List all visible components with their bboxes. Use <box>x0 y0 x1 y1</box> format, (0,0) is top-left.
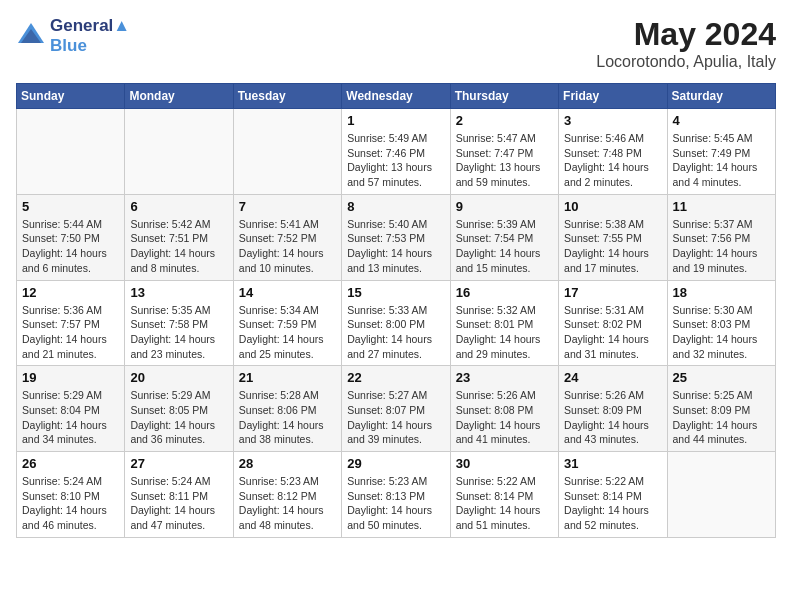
day-info: Sunrise: 5:32 AM Sunset: 8:01 PM Dayligh… <box>456 303 553 362</box>
day-number: 17 <box>564 285 661 300</box>
day-info: Sunrise: 5:36 AM Sunset: 7:57 PM Dayligh… <box>22 303 119 362</box>
calendar-cell: 21Sunrise: 5:28 AM Sunset: 8:06 PM Dayli… <box>233 366 341 452</box>
calendar-cell: 30Sunrise: 5:22 AM Sunset: 8:14 PM Dayli… <box>450 452 558 538</box>
day-info: Sunrise: 5:26 AM Sunset: 8:08 PM Dayligh… <box>456 388 553 447</box>
calendar-week-1: 1Sunrise: 5:49 AM Sunset: 7:46 PM Daylig… <box>17 109 776 195</box>
day-number: 22 <box>347 370 444 385</box>
day-number: 21 <box>239 370 336 385</box>
day-number: 3 <box>564 113 661 128</box>
day-info: Sunrise: 5:38 AM Sunset: 7:55 PM Dayligh… <box>564 217 661 276</box>
calendar-cell <box>233 109 341 195</box>
day-number: 14 <box>239 285 336 300</box>
day-number: 1 <box>347 113 444 128</box>
weekday-header-saturday: Saturday <box>667 84 775 109</box>
weekday-header-thursday: Thursday <box>450 84 558 109</box>
weekday-header-tuesday: Tuesday <box>233 84 341 109</box>
calendar-cell: 24Sunrise: 5:26 AM Sunset: 8:09 PM Dayli… <box>559 366 667 452</box>
day-number: 8 <box>347 199 444 214</box>
calendar-cell: 27Sunrise: 5:24 AM Sunset: 8:11 PM Dayli… <box>125 452 233 538</box>
calendar-cell: 16Sunrise: 5:32 AM Sunset: 8:01 PM Dayli… <box>450 280 558 366</box>
day-number: 25 <box>673 370 770 385</box>
day-info: Sunrise: 5:26 AM Sunset: 8:09 PM Dayligh… <box>564 388 661 447</box>
day-info: Sunrise: 5:29 AM Sunset: 8:05 PM Dayligh… <box>130 388 227 447</box>
calendar-cell: 4Sunrise: 5:45 AM Sunset: 7:49 PM Daylig… <box>667 109 775 195</box>
calendar-cell: 5Sunrise: 5:44 AM Sunset: 7:50 PM Daylig… <box>17 194 125 280</box>
day-number: 12 <box>22 285 119 300</box>
calendar-cell: 29Sunrise: 5:23 AM Sunset: 8:13 PM Dayli… <box>342 452 450 538</box>
calendar-cell: 25Sunrise: 5:25 AM Sunset: 8:09 PM Dayli… <box>667 366 775 452</box>
logo-text: General▲ Blue <box>50 16 130 56</box>
calendar-cell: 18Sunrise: 5:30 AM Sunset: 8:03 PM Dayli… <box>667 280 775 366</box>
day-info: Sunrise: 5:22 AM Sunset: 8:14 PM Dayligh… <box>564 474 661 533</box>
day-info: Sunrise: 5:30 AM Sunset: 8:03 PM Dayligh… <box>673 303 770 362</box>
weekday-header-sunday: Sunday <box>17 84 125 109</box>
weekday-header-wednesday: Wednesday <box>342 84 450 109</box>
calendar-cell: 31Sunrise: 5:22 AM Sunset: 8:14 PM Dayli… <box>559 452 667 538</box>
day-info: Sunrise: 5:24 AM Sunset: 8:10 PM Dayligh… <box>22 474 119 533</box>
calendar-cell: 13Sunrise: 5:35 AM Sunset: 7:58 PM Dayli… <box>125 280 233 366</box>
day-info: Sunrise: 5:37 AM Sunset: 7:56 PM Dayligh… <box>673 217 770 276</box>
day-info: Sunrise: 5:46 AM Sunset: 7:48 PM Dayligh… <box>564 131 661 190</box>
weekday-header-monday: Monday <box>125 84 233 109</box>
day-number: 20 <box>130 370 227 385</box>
day-number: 28 <box>239 456 336 471</box>
day-number: 13 <box>130 285 227 300</box>
day-number: 31 <box>564 456 661 471</box>
day-number: 15 <box>347 285 444 300</box>
weekday-header-row: SundayMondayTuesdayWednesdayThursdayFrid… <box>17 84 776 109</box>
calendar-cell: 28Sunrise: 5:23 AM Sunset: 8:12 PM Dayli… <box>233 452 341 538</box>
calendar-cell: 15Sunrise: 5:33 AM Sunset: 8:00 PM Dayli… <box>342 280 450 366</box>
day-number: 16 <box>456 285 553 300</box>
day-info: Sunrise: 5:23 AM Sunset: 8:12 PM Dayligh… <box>239 474 336 533</box>
day-number: 9 <box>456 199 553 214</box>
calendar-week-3: 12Sunrise: 5:36 AM Sunset: 7:57 PM Dayli… <box>17 280 776 366</box>
calendar-cell: 2Sunrise: 5:47 AM Sunset: 7:47 PM Daylig… <box>450 109 558 195</box>
day-info: Sunrise: 5:33 AM Sunset: 8:00 PM Dayligh… <box>347 303 444 362</box>
day-info: Sunrise: 5:41 AM Sunset: 7:52 PM Dayligh… <box>239 217 336 276</box>
calendar-cell: 20Sunrise: 5:29 AM Sunset: 8:05 PM Dayli… <box>125 366 233 452</box>
calendar-cell: 26Sunrise: 5:24 AM Sunset: 8:10 PM Dayli… <box>17 452 125 538</box>
day-number: 24 <box>564 370 661 385</box>
page-header: General▲ Blue May 2024 Locorotondo, Apul… <box>16 16 776 71</box>
day-info: Sunrise: 5:23 AM Sunset: 8:13 PM Dayligh… <box>347 474 444 533</box>
calendar-cell: 17Sunrise: 5:31 AM Sunset: 8:02 PM Dayli… <box>559 280 667 366</box>
day-number: 23 <box>456 370 553 385</box>
day-info: Sunrise: 5:35 AM Sunset: 7:58 PM Dayligh… <box>130 303 227 362</box>
day-info: Sunrise: 5:40 AM Sunset: 7:53 PM Dayligh… <box>347 217 444 276</box>
calendar-cell: 7Sunrise: 5:41 AM Sunset: 7:52 PM Daylig… <box>233 194 341 280</box>
day-number: 19 <box>22 370 119 385</box>
calendar-cell: 12Sunrise: 5:36 AM Sunset: 7:57 PM Dayli… <box>17 280 125 366</box>
calendar-cell: 3Sunrise: 5:46 AM Sunset: 7:48 PM Daylig… <box>559 109 667 195</box>
day-number: 11 <box>673 199 770 214</box>
day-info: Sunrise: 5:29 AM Sunset: 8:04 PM Dayligh… <box>22 388 119 447</box>
calendar: SundayMondayTuesdayWednesdayThursdayFrid… <box>16 83 776 538</box>
logo-icon <box>16 21 46 51</box>
day-info: Sunrise: 5:31 AM Sunset: 8:02 PM Dayligh… <box>564 303 661 362</box>
day-info: Sunrise: 5:34 AM Sunset: 7:59 PM Dayligh… <box>239 303 336 362</box>
calendar-week-4: 19Sunrise: 5:29 AM Sunset: 8:04 PM Dayli… <box>17 366 776 452</box>
day-info: Sunrise: 5:28 AM Sunset: 8:06 PM Dayligh… <box>239 388 336 447</box>
calendar-week-2: 5Sunrise: 5:44 AM Sunset: 7:50 PM Daylig… <box>17 194 776 280</box>
day-info: Sunrise: 5:47 AM Sunset: 7:47 PM Dayligh… <box>456 131 553 190</box>
day-info: Sunrise: 5:25 AM Sunset: 8:09 PM Dayligh… <box>673 388 770 447</box>
day-info: Sunrise: 5:49 AM Sunset: 7:46 PM Dayligh… <box>347 131 444 190</box>
title-section: May 2024 Locorotondo, Apulia, Italy <box>596 16 776 71</box>
day-number: 18 <box>673 285 770 300</box>
day-number: 27 <box>130 456 227 471</box>
day-number: 10 <box>564 199 661 214</box>
calendar-cell: 8Sunrise: 5:40 AM Sunset: 7:53 PM Daylig… <box>342 194 450 280</box>
subtitle: Locorotondo, Apulia, Italy <box>596 53 776 71</box>
day-number: 5 <box>22 199 119 214</box>
day-number: 2 <box>456 113 553 128</box>
calendar-cell <box>17 109 125 195</box>
logo: General▲ Blue <box>16 16 130 56</box>
day-info: Sunrise: 5:24 AM Sunset: 8:11 PM Dayligh… <box>130 474 227 533</box>
day-number: 4 <box>673 113 770 128</box>
day-number: 29 <box>347 456 444 471</box>
day-info: Sunrise: 5:22 AM Sunset: 8:14 PM Dayligh… <box>456 474 553 533</box>
weekday-header-friday: Friday <box>559 84 667 109</box>
calendar-cell: 9Sunrise: 5:39 AM Sunset: 7:54 PM Daylig… <box>450 194 558 280</box>
day-number: 7 <box>239 199 336 214</box>
calendar-cell: 22Sunrise: 5:27 AM Sunset: 8:07 PM Dayli… <box>342 366 450 452</box>
day-info: Sunrise: 5:45 AM Sunset: 7:49 PM Dayligh… <box>673 131 770 190</box>
